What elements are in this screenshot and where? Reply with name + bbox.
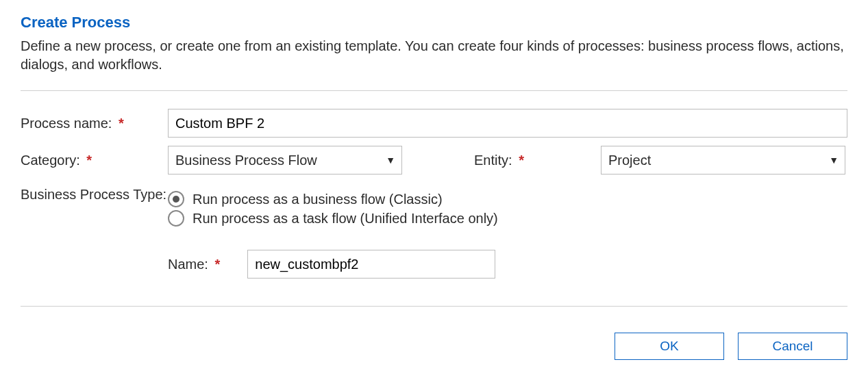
name-label-text: Name: xyxy=(168,257,208,272)
required-asterisk-icon: * xyxy=(516,153,524,168)
category-select-value[interactable]: Business Process Flow xyxy=(168,146,402,174)
process-name-input[interactable] xyxy=(168,109,847,138)
cancel-button[interactable]: Cancel xyxy=(738,333,847,360)
divider-bottom xyxy=(21,306,847,307)
required-asterisk-icon: * xyxy=(116,116,124,131)
radio-bpf-classic-label: Run process as a business flow (Classic) xyxy=(193,192,443,207)
process-name-label: Process name: * xyxy=(21,116,168,131)
dialog-subtitle: Define a new process, or create one from… xyxy=(21,31,847,74)
radio-selected-dot-icon xyxy=(173,196,179,203)
radio-bpf-classic[interactable] xyxy=(168,191,184,207)
business-process-type-label: Business Process Type: xyxy=(21,185,168,203)
ok-button[interactable]: OK xyxy=(615,333,724,360)
entity-select-value[interactable]: Project xyxy=(601,146,845,174)
category-select[interactable]: Business Process Flow ▼ xyxy=(168,146,402,174)
name-label: Name: * xyxy=(168,257,227,272)
process-name-label-text: Process name: xyxy=(21,116,112,131)
dialog-title: Create Process xyxy=(21,0,847,31)
business-process-type-label-text: Business Process Type: xyxy=(21,187,166,202)
entity-label-text: Entity: xyxy=(474,153,512,168)
required-asterisk-icon: * xyxy=(212,257,220,272)
radio-task-flow[interactable] xyxy=(168,210,184,227)
name-input[interactable] xyxy=(247,250,495,279)
required-asterisk-icon: * xyxy=(84,153,92,168)
entity-select[interactable]: Project ▼ xyxy=(601,146,845,174)
category-label-text: Category: xyxy=(21,153,80,168)
divider-top xyxy=(21,90,847,91)
radio-task-flow-label: Run process as a task flow (Unified Inte… xyxy=(193,211,498,227)
category-label: Category: * xyxy=(21,153,168,168)
entity-label: Entity: * xyxy=(474,153,539,168)
business-process-type-group: Run process as a business flow (Classic)… xyxy=(168,185,498,232)
